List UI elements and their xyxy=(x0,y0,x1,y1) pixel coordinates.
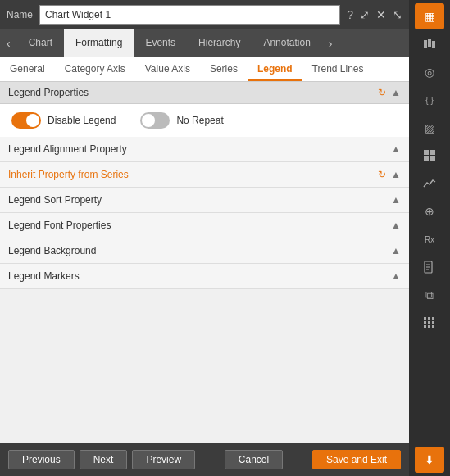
svg-rect-19 xyxy=(432,325,434,328)
cancel-button[interactable]: Cancel xyxy=(225,450,283,469)
legend-sort-section[interactable]: Legend Sort Property ▲ xyxy=(0,188,409,213)
tab-chart[interactable]: Chart xyxy=(17,29,64,57)
legend-markers-chevron[interactable]: ▲ xyxy=(391,270,401,282)
subtab-legend[interactable]: Legend xyxy=(248,57,302,81)
header: Name ? ⤢ ✕ ⤡ xyxy=(0,0,409,29)
svg-rect-15 xyxy=(428,321,430,324)
code-icon[interactable]: { } xyxy=(415,87,444,113)
legend-properties-icons: ↻ ▲ xyxy=(378,87,401,98)
legend-background-icons: ▲ xyxy=(391,245,401,256)
content-area: Legend Properties ↻ ▲ Disable Legend xyxy=(0,82,409,443)
subtab-category-axis[interactable]: Category Axis xyxy=(55,57,135,81)
legend-markers-label: Legend Markers xyxy=(8,270,80,282)
main-panel: Name ? ⤢ ✕ ⤡ ‹ Chart Formatting Events H… xyxy=(0,0,409,476)
legend-properties-section: Legend Properties ↻ ▲ Disable Legend xyxy=(0,82,409,137)
legend-font-chevron[interactable]: ▲ xyxy=(391,220,401,231)
tab-bar: ‹ Chart Formatting Events Hierarchy Anno… xyxy=(0,29,409,57)
svg-rect-11 xyxy=(424,317,426,320)
subtab-general[interactable]: General xyxy=(0,57,55,81)
svg-rect-5 xyxy=(424,156,429,161)
disable-legend-toggle-item: Disable Legend xyxy=(11,112,116,129)
no-repeat-toggle-item: No Repeat xyxy=(140,112,223,129)
legend-alignment-icons: ▲ xyxy=(391,143,401,155)
no-repeat-knob xyxy=(142,114,155,127)
tab-nav-right[interactable]: › xyxy=(322,29,339,57)
footer: Previous Next Preview Cancel Save and Ex… xyxy=(0,443,409,476)
inherit-property-icons: ↻ ▲ xyxy=(378,169,401,180)
collapse-icon[interactable]: ⤡ xyxy=(393,9,402,20)
disable-legend-label: Disable Legend xyxy=(48,115,116,126)
group-icon[interactable]: ⊕ xyxy=(415,198,444,224)
header-icons: ? ⤢ ✕ ⤡ xyxy=(347,9,402,20)
document-icon[interactable] xyxy=(415,254,444,280)
legend-font-label: Legend Font Properties xyxy=(8,220,111,231)
svg-rect-1 xyxy=(428,39,431,47)
right-sidebar: ▦ ◎ { } ▨ ⊕ Rx ⧉ ⬇ xyxy=(409,0,450,476)
analytics-icon[interactable] xyxy=(415,170,444,197)
legend-font-icons: ▲ xyxy=(391,220,401,231)
tab-annotation[interactable]: Annotation xyxy=(252,29,321,57)
tab-nav-left[interactable]: ‹ xyxy=(0,29,17,57)
move-icon[interactable]: ⤢ xyxy=(360,9,370,20)
subtab-trend-lines[interactable]: Trend Lines xyxy=(302,57,374,81)
save-exit-button[interactable]: Save and Exit xyxy=(312,450,401,469)
svg-rect-3 xyxy=(424,150,429,155)
no-repeat-toggle[interactable] xyxy=(140,112,170,129)
legend-markers-section[interactable]: Legend Markers ▲ xyxy=(0,264,409,289)
disable-legend-toggle[interactable] xyxy=(11,112,41,129)
legend-markers-icons: ▲ xyxy=(391,270,401,282)
legend-background-chevron[interactable]: ▲ xyxy=(391,245,401,256)
next-button[interactable]: Next xyxy=(80,450,128,469)
gauge-icon[interactable]: ◎ xyxy=(415,59,444,85)
image-icon[interactable]: ▨ xyxy=(415,115,444,141)
inherit-property-label: Inherit Property from Series xyxy=(8,169,129,180)
previous-button[interactable]: Previous xyxy=(8,450,75,469)
inherit-property-section[interactable]: Inherit Property from Series ↻ ▲ xyxy=(0,162,409,188)
svg-rect-2 xyxy=(432,41,435,48)
disable-legend-knob xyxy=(26,114,39,127)
sub-tab-bar: General Category Axis Value Axis Series … xyxy=(0,57,409,82)
legend-properties-header[interactable]: Legend Properties ↻ ▲ xyxy=(0,82,409,104)
table-icon[interactable] xyxy=(415,143,444,169)
legend-collapse-icon[interactable]: ▲ xyxy=(391,87,401,98)
preview-button[interactable]: Preview xyxy=(132,450,195,469)
svg-rect-0 xyxy=(424,40,427,48)
name-label: Name xyxy=(7,9,33,20)
legend-background-section[interactable]: Legend Background ▲ xyxy=(0,238,409,264)
legend-sort-icons: ▲ xyxy=(391,194,401,206)
legend-sort-chevron[interactable]: ▲ xyxy=(391,194,401,206)
legend-sort-label: Legend Sort Property xyxy=(8,194,102,206)
tab-formatting[interactable]: Formatting xyxy=(64,29,134,57)
grid2-icon[interactable] xyxy=(415,310,444,336)
legend-properties-content: Disable Legend No Repeat xyxy=(0,104,409,137)
no-repeat-label: No Repeat xyxy=(176,115,223,126)
legend-alignment-section[interactable]: Legend Alignment Property ▲ xyxy=(0,137,409,162)
inherit-refresh-icon[interactable]: ↻ xyxy=(378,169,386,180)
svg-rect-13 xyxy=(432,317,434,320)
svg-rect-18 xyxy=(428,325,430,328)
tab-events[interactable]: Events xyxy=(134,29,187,57)
legend-alignment-label: Legend Alignment Property xyxy=(8,143,127,155)
legend-font-section[interactable]: Legend Font Properties ▲ xyxy=(0,213,409,238)
legend-refresh-icon[interactable]: ↻ xyxy=(378,87,386,98)
inherit-chevron[interactable]: ▲ xyxy=(391,169,401,180)
download-icon[interactable]: ⬇ xyxy=(415,447,444,473)
formula-icon[interactable]: Rx xyxy=(415,226,444,252)
svg-rect-6 xyxy=(430,156,435,161)
legend-background-label: Legend Background xyxy=(8,245,96,256)
layers-icon[interactable]: ⧉ xyxy=(415,282,444,308)
legend-alignment-chevron[interactable]: ▲ xyxy=(391,143,401,155)
close-icon[interactable]: ✕ xyxy=(376,9,386,20)
subtab-series[interactable]: Series xyxy=(200,57,248,81)
svg-rect-12 xyxy=(428,317,430,320)
toggle-row: Disable Legend No Repeat xyxy=(11,112,398,129)
subtab-value-axis[interactable]: Value Axis xyxy=(135,57,200,81)
svg-rect-4 xyxy=(430,150,435,155)
widget-name-input[interactable] xyxy=(39,5,340,25)
svg-rect-16 xyxy=(432,321,434,324)
tab-hierarchy[interactable]: Hierarchy xyxy=(187,29,252,57)
help-icon[interactable]: ? xyxy=(347,9,353,20)
bar-chart-icon[interactable]: ▦ xyxy=(415,3,444,29)
map-icon[interactable] xyxy=(415,31,444,57)
svg-rect-17 xyxy=(424,325,426,328)
